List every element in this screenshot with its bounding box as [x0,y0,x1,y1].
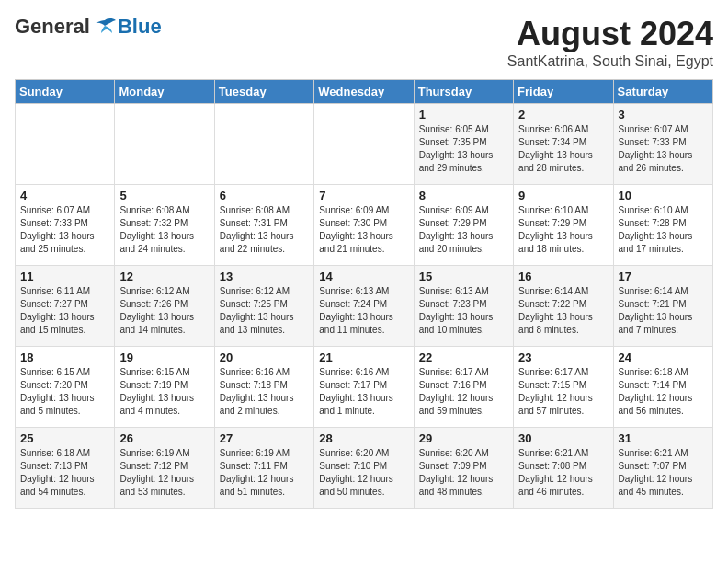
day-number: 22 [419,350,508,364]
day-number: 21 [319,350,408,364]
day-number: 15 [419,270,508,283]
week-row-5: 25Sunrise: 6:18 AM Sunset: 7:13 PM Dayli… [16,428,713,509]
calendar-cell: 25Sunrise: 6:18 AM Sunset: 7:13 PM Dayli… [16,428,115,509]
week-row-4: 18Sunrise: 6:15 AM Sunset: 7:20 PM Dayli… [16,347,713,428]
day-number: 19 [119,350,209,364]
logo-bird-icon [92,17,118,37]
cell-info: Sunrise: 6:14 AM Sunset: 7:22 PM Dayligh… [518,285,608,337]
cell-info: Sunrise: 6:15 AM Sunset: 7:20 PM Dayligh… [20,366,109,418]
calendar-cell: 7Sunrise: 6:09 AM Sunset: 7:30 PM Daylig… [314,185,414,266]
day-number: 11 [20,270,109,283]
cell-info: Sunrise: 6:16 AM Sunset: 7:17 PM Dayligh… [319,366,408,418]
title-section: August 2024 SantKatrina, South Sinai, Eg… [507,15,713,70]
calendar-cell: 14Sunrise: 6:13 AM Sunset: 7:24 PM Dayli… [314,266,414,347]
cell-info: Sunrise: 6:10 AM Sunset: 7:29 PM Dayligh… [518,204,608,256]
calendar-cell: 21Sunrise: 6:16 AM Sunset: 7:17 PM Dayli… [314,347,414,428]
calendar-cell: 12Sunrise: 6:12 AM Sunset: 7:26 PM Dayli… [115,266,214,347]
header-monday: Monday [115,80,214,104]
calendar-table: SundayMondayTuesdayWednesdayThursdayFrid… [15,79,713,509]
calendar-cell: 31Sunrise: 6:21 AM Sunset: 7:07 PM Dayli… [613,428,712,509]
day-number: 31 [619,431,708,445]
calendar-cell: 8Sunrise: 6:09 AM Sunset: 7:29 PM Daylig… [414,185,513,266]
day-number: 13 [220,270,309,283]
day-number: 9 [518,189,608,202]
cell-info: Sunrise: 6:08 AM Sunset: 7:31 PM Dayligh… [220,204,309,256]
cell-info: Sunrise: 6:19 AM Sunset: 7:11 PM Dayligh… [220,447,309,499]
day-number: 10 [619,189,708,202]
cell-info: Sunrise: 6:12 AM Sunset: 7:25 PM Dayligh… [220,285,309,337]
cell-info: Sunrise: 6:10 AM Sunset: 7:28 PM Dayligh… [619,204,708,256]
day-number: 20 [220,350,309,364]
day-number: 8 [419,189,508,202]
cell-info: Sunrise: 6:20 AM Sunset: 7:09 PM Dayligh… [419,447,508,499]
day-number: 17 [619,270,708,283]
page-header: General Blue August 2024 SantKatrina, So… [15,15,713,70]
cell-info: Sunrise: 6:09 AM Sunset: 7:29 PM Dayligh… [419,204,508,256]
cell-info: Sunrise: 6:18 AM Sunset: 7:14 PM Dayligh… [619,366,708,418]
cell-info: Sunrise: 6:07 AM Sunset: 7:33 PM Dayligh… [20,204,109,256]
calendar-cell [314,104,414,185]
day-number: 29 [419,431,508,445]
calendar-header-row: SundayMondayTuesdayWednesdayThursdayFrid… [16,80,713,104]
calendar-cell: 15Sunrise: 6:13 AM Sunset: 7:23 PM Dayli… [414,266,513,347]
calendar-cell: 29Sunrise: 6:20 AM Sunset: 7:09 PM Dayli… [414,428,513,509]
calendar-cell: 20Sunrise: 6:16 AM Sunset: 7:18 PM Dayli… [214,347,313,428]
cell-info: Sunrise: 6:08 AM Sunset: 7:32 PM Dayligh… [119,204,209,256]
day-number: 28 [319,431,408,445]
calendar-cell: 4Sunrise: 6:07 AM Sunset: 7:33 PM Daylig… [16,185,115,266]
day-number: 27 [220,431,309,445]
cell-info: Sunrise: 6:14 AM Sunset: 7:21 PM Dayligh… [619,285,708,337]
day-number: 24 [619,350,708,364]
location-subtitle: SantKatrina, South Sinai, Egypt [507,53,713,70]
calendar-cell: 2Sunrise: 6:06 AM Sunset: 7:34 PM Daylig… [514,104,613,185]
calendar-cell: 19Sunrise: 6:15 AM Sunset: 7:19 PM Dayli… [115,347,214,428]
week-row-2: 4Sunrise: 6:07 AM Sunset: 7:33 PM Daylig… [16,185,713,266]
day-number: 6 [220,189,309,202]
logo-general-text: General [15,15,90,39]
calendar-cell: 11Sunrise: 6:11 AM Sunset: 7:27 PM Dayli… [16,266,115,347]
calendar-cell: 13Sunrise: 6:12 AM Sunset: 7:25 PM Dayli… [214,266,313,347]
cell-info: Sunrise: 6:18 AM Sunset: 7:13 PM Dayligh… [20,447,109,499]
logo-blue-text: Blue [118,15,162,39]
header-wednesday: Wednesday [314,80,414,104]
cell-info: Sunrise: 6:17 AM Sunset: 7:15 PM Dayligh… [518,366,608,418]
day-number: 5 [119,189,209,202]
calendar-cell: 6Sunrise: 6:08 AM Sunset: 7:31 PM Daylig… [214,185,313,266]
header-thursday: Thursday [414,80,513,104]
calendar-cell: 26Sunrise: 6:19 AM Sunset: 7:12 PM Dayli… [115,428,214,509]
calendar-cell [214,104,313,185]
day-number: 26 [119,431,209,445]
day-number: 7 [319,189,408,202]
calendar-cell: 28Sunrise: 6:20 AM Sunset: 7:10 PM Dayli… [314,428,414,509]
cell-info: Sunrise: 6:07 AM Sunset: 7:33 PM Dayligh… [619,123,708,175]
header-saturday: Saturday [613,80,712,104]
header-sunday: Sunday [16,80,115,104]
cell-info: Sunrise: 6:12 AM Sunset: 7:26 PM Dayligh… [119,285,209,337]
day-number: 25 [20,431,109,445]
calendar-cell: 22Sunrise: 6:17 AM Sunset: 7:16 PM Dayli… [414,347,513,428]
calendar-cell [16,104,115,185]
cell-info: Sunrise: 6:21 AM Sunset: 7:08 PM Dayligh… [518,447,608,499]
week-row-1: 1Sunrise: 6:05 AM Sunset: 7:35 PM Daylig… [16,104,713,185]
day-number: 4 [20,189,109,202]
day-number: 3 [619,108,708,121]
calendar-cell: 9Sunrise: 6:10 AM Sunset: 7:29 PM Daylig… [514,185,613,266]
calendar-cell: 16Sunrise: 6:14 AM Sunset: 7:22 PM Dayli… [514,266,613,347]
day-number: 16 [518,270,608,283]
day-number: 23 [518,350,608,364]
calendar-cell: 5Sunrise: 6:08 AM Sunset: 7:32 PM Daylig… [115,185,214,266]
calendar-cell: 10Sunrise: 6:10 AM Sunset: 7:28 PM Dayli… [613,185,712,266]
cell-info: Sunrise: 6:16 AM Sunset: 7:18 PM Dayligh… [220,366,309,418]
cell-info: Sunrise: 6:13 AM Sunset: 7:23 PM Dayligh… [419,285,508,337]
cell-info: Sunrise: 6:09 AM Sunset: 7:30 PM Dayligh… [319,204,408,256]
day-number: 12 [119,270,209,283]
calendar-cell: 23Sunrise: 6:17 AM Sunset: 7:15 PM Dayli… [514,347,613,428]
cell-info: Sunrise: 6:13 AM Sunset: 7:24 PM Dayligh… [319,285,408,337]
cell-info: Sunrise: 6:15 AM Sunset: 7:19 PM Dayligh… [119,366,209,418]
cell-info: Sunrise: 6:21 AM Sunset: 7:07 PM Dayligh… [619,447,708,499]
calendar-cell: 27Sunrise: 6:19 AM Sunset: 7:11 PM Dayli… [214,428,313,509]
day-number: 1 [419,108,508,121]
day-number: 2 [518,108,608,121]
cell-info: Sunrise: 6:17 AM Sunset: 7:16 PM Dayligh… [419,366,508,418]
month-year-title: August 2024 [507,15,713,53]
